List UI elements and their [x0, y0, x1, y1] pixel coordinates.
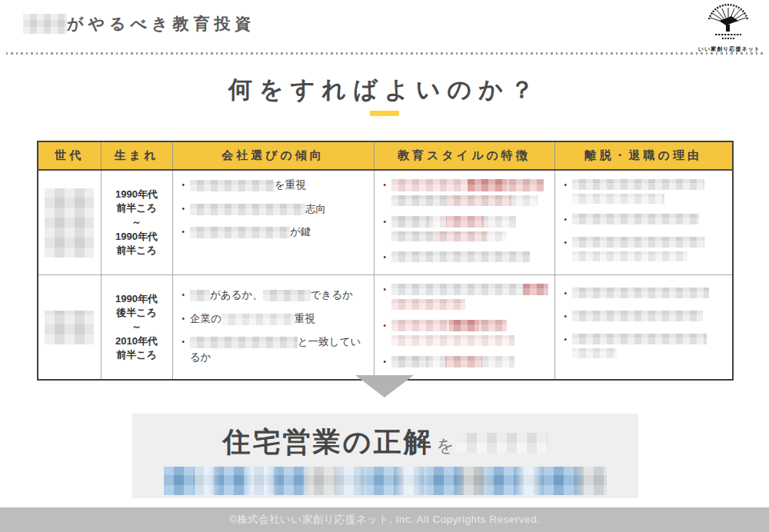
redacted-text	[391, 179, 544, 191]
page-title: 何をすればよいのか？	[0, 74, 769, 106]
col-header-born: 生まれ	[101, 141, 172, 170]
table-row: 1990年代 後半ころ ～ 2010年代 前半ころ •があるか、できるか •企業…	[38, 275, 733, 381]
bullet-item: •	[564, 212, 728, 227]
bullet-item: •が鍵	[182, 224, 369, 240]
bullet-item: •	[564, 286, 728, 301]
redacted-title-prefix	[23, 14, 67, 34]
conclusion-line1: 住宅営業の正解 を	[132, 424, 638, 461]
bullet-text: を重視	[275, 179, 306, 191]
conclusion-particle: を	[437, 434, 454, 457]
company-logo: いい家創り応援ネット	[698, 2, 758, 52]
bullet-item: •	[384, 354, 550, 369]
redacted-text	[190, 227, 290, 238]
redacted-text	[263, 290, 311, 301]
redacted-text	[190, 204, 305, 215]
bullet-text: 志向	[305, 203, 326, 214]
redacted-text	[391, 195, 538, 206]
redacted-text	[572, 194, 664, 204]
redacted-text	[457, 433, 548, 453]
bullet-icon: •	[182, 311, 185, 326]
col-header-company-choice: 会社選びの傾向	[172, 141, 374, 170]
bullet-icon: •	[564, 309, 568, 324]
redacted-text	[572, 251, 687, 261]
col-header-generation: 世代	[38, 141, 101, 170]
redacted-generation	[45, 311, 94, 344]
redacted-generation	[45, 188, 94, 258]
bullet-text: 企業の	[190, 313, 221, 324]
conclusion-line2	[132, 467, 638, 495]
bullet-item: •と一致しているか	[182, 334, 369, 364]
table-row: 1990年代 前半ころ ～ 1990年代 前半ころ •を重視 •志向 •が鍵 •…	[38, 170, 733, 275]
bullet-item: •	[384, 282, 550, 310]
cell-leaving-reasons: • • •	[554, 275, 733, 381]
red-bullet-icon: •	[384, 178, 387, 192]
logo-emblem-icon	[698, 2, 758, 42]
bullet-item: •	[564, 235, 728, 261]
bullet-item: •を重視	[182, 178, 369, 193]
cell-generation	[38, 275, 101, 381]
bullet-icon: •	[384, 214, 387, 229]
bullet-item: •企業の重視	[182, 311, 369, 327]
bullet-icon: •	[182, 224, 185, 239]
conclusion-main-text: 住宅営業の正解	[223, 424, 434, 461]
redacted-text	[391, 299, 465, 310]
redacted-text	[572, 348, 617, 358]
bullet-item: •	[384, 178, 550, 206]
bullet-icon: •	[384, 354, 387, 369]
slide-title: がやるべき教育投資	[23, 13, 255, 35]
redacted-highlight-text	[164, 467, 607, 495]
redacted-text	[391, 320, 507, 331]
bullet-text: 重視	[295, 313, 315, 324]
conclusion-box: 住宅営業の正解 を	[132, 414, 638, 498]
bullet-item: •志向	[182, 201, 369, 217]
bullet-icon: •	[182, 178, 185, 192]
redacted-text	[391, 231, 507, 241]
cell-company-choice: •を重視 •志向 •が鍵	[172, 170, 374, 275]
cell-education-style: • • •	[374, 170, 554, 275]
bullet-item: •	[564, 332, 728, 358]
redacted-text	[391, 335, 514, 346]
down-arrow-icon	[355, 375, 414, 397]
cell-leaving-reasons: • • •	[554, 170, 733, 275]
slide-title-text: がやるべき教育投資	[67, 13, 255, 35]
bullet-icon: •	[384, 250, 387, 264]
redacted-text	[391, 284, 548, 295]
redacted-text	[572, 288, 709, 298]
bullet-text: できるか	[311, 289, 353, 301]
redacted-text	[572, 311, 703, 321]
cell-born: 1990年代 前半ころ ～ 1990年代 前半ころ	[101, 170, 172, 275]
bullet-icon: •	[182, 201, 185, 216]
bullet-text: があるか、	[210, 289, 263, 301]
bullet-item: •	[384, 214, 550, 241]
bullet-icon: •	[384, 282, 387, 297]
redacted-text	[572, 179, 704, 190]
table-header-row: 世代 生まれ 会社選びの傾向 教育スタイルの特徴 離脱・退職の理由	[38, 141, 733, 170]
generation-table: 世代 生まれ 会社選びの傾向 教育スタイルの特徴 離脱・退職の理由 1990年代…	[37, 141, 734, 381]
redacted-text	[190, 290, 210, 301]
redacted-text	[190, 337, 298, 348]
redacted-text	[572, 237, 704, 248]
bullet-icon: •	[564, 286, 568, 301]
redacted-text	[391, 216, 516, 228]
redacted-text	[572, 334, 707, 344]
redacted-text	[572, 214, 699, 224]
dotted-divider	[6, 52, 763, 55]
cell-company-choice: •があるか、できるか •企業の重視 •と一致しているか	[172, 275, 374, 381]
bullet-icon: •	[564, 212, 568, 227]
bullet-item: •	[384, 250, 550, 264]
bullet-icon: •	[564, 332, 568, 347]
col-header-education-style: 教育スタイルの特徴	[374, 141, 554, 170]
red-bullet-icon: •	[384, 318, 387, 333]
bullet-icon: •	[182, 334, 185, 349]
bullet-item: •があるか、できるか	[182, 288, 369, 303]
bullet-item: •	[564, 309, 728, 324]
slide: がやるべき教育投資 いい家創り応援ネット 何をすればよいのか？	[0, 0, 769, 532]
copyright-footer: ©株式会社いい家創り応援ネット, Inc. All Copyrights Res…	[0, 507, 769, 532]
redacted-text	[190, 180, 275, 191]
bullet-icon: •	[564, 178, 568, 192]
cell-generation	[38, 170, 101, 275]
title-accent-bar	[370, 111, 399, 116]
bullet-item: •	[564, 178, 728, 204]
cell-education-style: • • •	[374, 275, 554, 381]
cell-born: 1990年代 後半ころ ～ 2010年代 前半ころ	[101, 275, 172, 381]
